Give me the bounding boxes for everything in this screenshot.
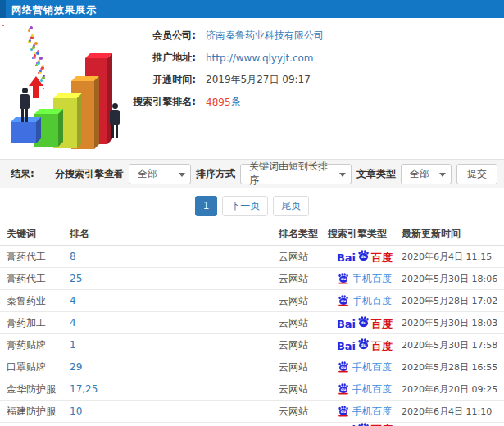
- engine-type-cell: Baidu百度: [328, 316, 402, 329]
- rank-link[interactable]: 29: [70, 361, 82, 373]
- sort-select[interactable]: 关键词由短到长排序: [240, 164, 352, 184]
- next-page-button[interactable]: 下一页: [222, 196, 268, 216]
- rank-cell: 4: [70, 317, 279, 329]
- mobile-baidu-logo: du手机百度: [338, 405, 392, 419]
- mobile-baidu-label: 手机百度: [352, 383, 392, 397]
- rank-cell: 4: [70, 295, 279, 306]
- col-header-keyword: 关键词: [0, 227, 70, 241]
- rank-type-cell: 云网站: [279, 360, 328, 374]
- engine-view-select[interactable]: 全部: [129, 164, 191, 184]
- keyword-cell: 口罩贴牌: [0, 360, 70, 374]
- update-time-cell: 2020年5月30日 18:06: [402, 273, 504, 285]
- keyword-cell: 福建防护服: [0, 405, 70, 419]
- rank-link[interactable]: 10: [70, 406, 82, 417]
- baidu-paw-icon: du: [356, 423, 370, 426]
- submit-button[interactable]: 提交: [456, 164, 497, 184]
- page-1-button[interactable]: 1: [195, 196, 218, 216]
- keyword-cell: 金华防护服: [0, 383, 70, 397]
- rank-link[interactable]: 4: [70, 317, 76, 329]
- article-type-selected: 全部: [410, 167, 429, 181]
- businessman-figure-right: [108, 103, 120, 138]
- mobile-baidu-logo: du手机百度: [338, 360, 392, 374]
- svg-text:du: du: [361, 255, 367, 260]
- engine-type-cell: Baidu百度: [328, 423, 402, 426]
- update-time-cell: 2020年5月28日 17:02: [402, 295, 504, 307]
- baidu-logo: Baidu百度: [337, 423, 393, 426]
- engine-type-cell: du手机百度: [328, 405, 402, 419]
- rank-cell: 1: [70, 339, 279, 351]
- rank-link[interactable]: 4: [70, 295, 76, 306]
- title-bar-stripe: [0, 0, 6, 18]
- page-title: 网络营销效果展示: [11, 3, 97, 17]
- keyword-cell: 秦鲁药业: [0, 294, 70, 308]
- baidu-logo-cn: 百度: [371, 252, 393, 263]
- rank-type-cell: 云网站: [279, 405, 328, 419]
- baidu-logo: Baidu百度: [337, 316, 393, 329]
- rank-link[interactable]: 25: [70, 273, 82, 284]
- rank-cell: 25: [70, 273, 279, 284]
- rank-link[interactable]: 8: [70, 251, 76, 262]
- ranking-count-row: 搜索引擎排名: 4895 条: [127, 91, 324, 113]
- pagination: 1 下一页 尾页: [0, 188, 504, 223]
- promo-url-link[interactable]: http://www.qlyyjt.com: [206, 52, 314, 64]
- table-row: 秦鲁药业4云网站du手机百度2020年5月28日 17:02: [0, 290, 504, 312]
- update-time-cell: 2020年6月20日 09:25: [402, 383, 504, 396]
- open-time-label: 开通时间:: [127, 73, 196, 87]
- table-row-partial: Baidu百度: [0, 423, 504, 426]
- engine-type-cell: du手机百度: [328, 383, 402, 397]
- engine-view-selected: 全部: [138, 167, 157, 181]
- ranking-count-label: 搜索引擎排名:: [127, 95, 196, 109]
- result-label: 结果:: [11, 167, 34, 181]
- mobile-baidu-label: 手机百度: [352, 360, 392, 374]
- mobile-baidu-logo: du手机百度: [338, 294, 392, 308]
- table-row: 口罩贴牌29云网站du手机百度2020年5月28日 16:55: [0, 356, 504, 378]
- results-table: 关键词 排名 排名类型 搜索引擎类型 最新更新时间 膏药代工8云网站Baidu百…: [0, 223, 504, 426]
- businessman-figure-left: [18, 88, 30, 122]
- promo-url-row: 推广地址: http://www.qlyyjt.com: [127, 47, 324, 69]
- keyword-cell: 膏药加工: [0, 316, 70, 330]
- promo-url-label: 推广地址:: [127, 51, 196, 65]
- sort-label: 排序方式: [196, 167, 235, 181]
- keyword-cell: 膏药代工: [0, 250, 70, 264]
- table-row: 福建防护服10云网站du手机百度2020年6月4日 11:10: [0, 401, 504, 423]
- baidu-logo-cn: 百度: [371, 319, 393, 329]
- engine-type-cell: du手机百度: [328, 272, 402, 286]
- last-page-button[interactable]: 尾页: [273, 196, 309, 216]
- svg-text:du: du: [361, 343, 367, 348]
- ranking-count-unit-link[interactable]: 条: [231, 95, 241, 109]
- baidu-paw-icon: du: [338, 383, 349, 395]
- title-bar: 网络营销效果展示: [0, 0, 504, 18]
- member-company-link[interactable]: 济南秦鲁药业科技有限公司: [206, 29, 324, 43]
- engine-type-cell: du手机百度: [328, 294, 402, 308]
- baidu-logo: Baidu百度: [337, 250, 393, 262]
- engine-type-cell: du手机百度: [328, 360, 402, 374]
- open-time-row: 开通时间: 2019年5月27日 09:17: [127, 69, 324, 91]
- baidu-logo-bai: Bai: [337, 252, 356, 263]
- engine-type-cell: Baidu百度: [328, 338, 402, 351]
- baidu-logo-cn: 百度: [371, 341, 393, 351]
- rank-link[interactable]: 1: [70, 339, 76, 351]
- chevron-down-icon: [339, 173, 346, 177]
- keyword-cell: 膏药贴牌: [0, 338, 70, 352]
- svg-text:du: du: [341, 387, 347, 392]
- baidu-paw-icon: du: [338, 273, 349, 284]
- rank-cell: 10: [70, 406, 279, 417]
- update-time-cell: 2020年5月28日 16:55: [402, 361, 504, 374]
- table-row: 膏药代工8云网站Baidu百度2020年6月4日 11:15: [0, 246, 504, 268]
- table-row: 膏药代工25云网站du手机百度2020年5月30日 18:06: [0, 268, 504, 290]
- filter-bar: 结果: 分搜索引擎查看 全部 排序方式 关键词由短到长排序 文章类型 全部 提交: [0, 159, 504, 188]
- engine-view-label: 分搜索引擎查看: [55, 167, 124, 181]
- mobile-baidu-logo: du手机百度: [338, 383, 392, 397]
- baidu-paw-icon: du: [356, 338, 370, 351]
- rank-cell: 29: [70, 361, 279, 373]
- member-company-row: 会员公司: 济南秦鲁药业科技有限公司: [127, 25, 324, 47]
- article-type-select[interactable]: 全部: [401, 164, 452, 184]
- update-time-cell: 2020年5月30日 18:03: [402, 317, 504, 329]
- mobile-baidu-label: 手机百度: [352, 405, 392, 419]
- svg-text:du: du: [341, 277, 347, 281]
- update-time-cell: 2020年6月4日 11:10: [402, 406, 504, 418]
- rank-link[interactable]: 17,25: [70, 383, 98, 395]
- engine-type-cell: Baidu百度: [328, 250, 402, 262]
- baidu-paw-icon: du: [338, 406, 349, 417]
- baidu-logo: Baidu百度: [337, 338, 393, 351]
